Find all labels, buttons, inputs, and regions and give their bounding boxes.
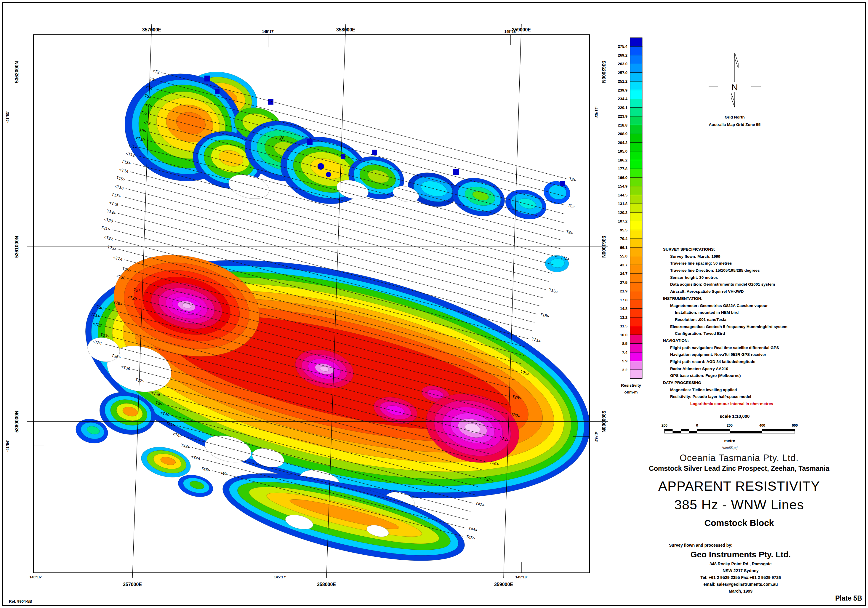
northing-label-left: 5360000N — [14, 411, 19, 433]
colorbar-unit-label: ohm-m — [625, 390, 638, 394]
colorbar-tick-label: 11.5 — [620, 324, 628, 328]
colorbar-tick-label: 5.9 — [622, 359, 628, 363]
colorbar-tick-label: 13.2 — [620, 315, 628, 320]
flight-line — [148, 132, 562, 240]
colorbar-tick-label: 144.5 — [618, 193, 628, 197]
colorbar-tick-label: 120.2 — [618, 210, 628, 215]
colorbar-tick-label: 257.0 — [618, 71, 628, 75]
colorbar: 275.4269.2263.0257.0251.2239.9234.4229.1… — [618, 38, 642, 378]
colorbar-swatch — [630, 73, 642, 81]
map-graphic — [681, 429, 689, 431]
scale-text: scale 1:10,000 — [720, 414, 750, 419]
colorbar-tick-label: 10.0 — [620, 333, 628, 337]
colorbar-tick-label: 21.9 — [620, 289, 628, 293]
traverse-line-label: <T14 — [119, 167, 129, 174]
map-graphic — [307, 139, 313, 145]
traverse-line-label: T23> — [107, 245, 117, 251]
map-title-line1: APPARENT RESISTIVITY — [658, 479, 820, 494]
traverse-line-label: T13> — [121, 159, 131, 165]
map-graphic — [762, 429, 795, 431]
easting-label-bottom: 358000E — [317, 582, 336, 587]
colorbar-swatch — [630, 370, 642, 378]
longitude-label-bottom: 145°16' — [29, 575, 42, 579]
prospect-title: Comstock Silver Lead Zinc Prospect, Zeeh… — [649, 465, 829, 473]
north-arrow-n: N — [732, 82, 738, 92]
colorbar-swatch — [630, 291, 642, 300]
easting-label-bottom: 359000E — [494, 582, 513, 587]
colorbar-swatch — [630, 195, 642, 204]
colorbar-tick-label: 3.2 — [622, 368, 628, 372]
colorbar-tick-label: 55.0 — [620, 254, 628, 258]
map-graphic — [205, 76, 210, 81]
colorbar-tick-label: 27.5 — [620, 280, 628, 285]
colorbar-tick-label: 208.9 — [618, 132, 628, 136]
traverse-line-label: <T18 — [109, 200, 119, 207]
traverse-line-label: T8> — [566, 230, 574, 236]
map-graphic — [697, 429, 730, 431]
colorbar-tick-label: 79.4 — [620, 236, 628, 241]
colorbar-swatch — [630, 274, 642, 283]
colorbar-tick-label: 14.8 — [620, 306, 628, 311]
traverse-line-label: <T20 — [103, 217, 113, 223]
colorbar-swatch — [630, 99, 642, 108]
longitude-label-bottom: 145°17' — [274, 575, 286, 579]
colorbar-swatch — [630, 317, 642, 326]
northing-label-right: 5362000N — [601, 61, 606, 83]
colorbar-tick-label: 269.2 — [618, 53, 628, 57]
colorbar-swatch — [630, 282, 642, 291]
traverse-line-label: T19> — [106, 209, 116, 215]
spec-line: GPS base station: Fugro (Melbourne) — [663, 372, 865, 379]
colorbar-swatch — [630, 47, 642, 56]
plate-number: Plate 5B — [818, 594, 862, 602]
spec-section-header: NAVIGATION: — [663, 337, 865, 344]
colorbar-swatch — [630, 169, 642, 178]
contour-value-label: 100 — [220, 471, 226, 476]
colorbar-swatch — [630, 361, 642, 370]
colorbar-tick-label: 186.2 — [618, 158, 628, 162]
colorbar-tick-label: 17.8 — [620, 298, 628, 302]
reference-number: Ref. 9904-5B — [9, 599, 32, 603]
spec-line: Resolution: .001 nanoTesla — [663, 316, 865, 323]
map-graphic — [730, 431, 762, 433]
colorbar-tick-label: 107.2 — [618, 219, 628, 223]
colorbar-swatch — [630, 212, 642, 221]
colorbar-swatch — [630, 143, 642, 151]
traverse-line-label: T43> — [180, 443, 191, 450]
traverse-line-label: <T24 — [113, 255, 123, 262]
spec-section-header: DATA PROCESSING — [663, 379, 865, 386]
map-graphic — [731, 93, 735, 107]
colorbar-tick-label: 275.4 — [618, 44, 628, 49]
contractor-name: Geo Instruments Pty. Ltd. — [691, 550, 791, 559]
colorbar-swatch — [630, 309, 642, 318]
spec-line: Aircraft: Aerospatiale Squirrel VH-JWD — [663, 288, 865, 295]
colorbar-swatch — [630, 107, 642, 116]
colorbar-swatch — [630, 64, 642, 73]
spec-line: Traverse line spacing: 50 metres — [663, 260, 865, 267]
colorbar-swatch — [630, 134, 642, 143]
colorbar-tick-label: 223.9 — [618, 114, 628, 118]
map-graphic — [665, 429, 673, 431]
spec-line: Resistivity: Pseudo layer half-space mod… — [663, 393, 865, 400]
colorbar-tick-label: 34.7 — [620, 271, 628, 276]
traverse-line-label: T21> — [101, 225, 110, 232]
colorbar-unit-label: Resistivity — [621, 383, 641, 388]
colorbar-swatch — [630, 326, 642, 335]
spec-line: Navigation equipment: NovaTel 951R GPS r… — [663, 351, 865, 358]
longitude-label-top: 145°18' — [504, 29, 516, 34]
map-graphic — [550, 259, 565, 268]
colorbar-swatch — [630, 90, 642, 99]
colorbar-swatch — [630, 335, 642, 344]
northing-label-left: 5361000N — [14, 236, 19, 258]
traverse-line-label: <T22 — [103, 235, 113, 241]
easting-label-top: 358000E — [336, 27, 355, 32]
colorbar-swatch — [630, 247, 642, 256]
traverse-line-label: T44> — [468, 526, 478, 532]
colorbar-swatch — [630, 352, 642, 361]
spec-line: Survey flown: March, 1999 — [663, 253, 865, 260]
grid-north-label: Grid North — [725, 115, 745, 119]
colorbar-swatch — [630, 239, 642, 248]
latitude-label-left: -41°54' — [6, 440, 10, 451]
spec-line: Radar Altimeter: Sperry AA210 — [663, 365, 865, 372]
traverse-line-label: T15> — [548, 287, 558, 294]
colorbar-tick-label: 204.2 — [618, 140, 628, 145]
